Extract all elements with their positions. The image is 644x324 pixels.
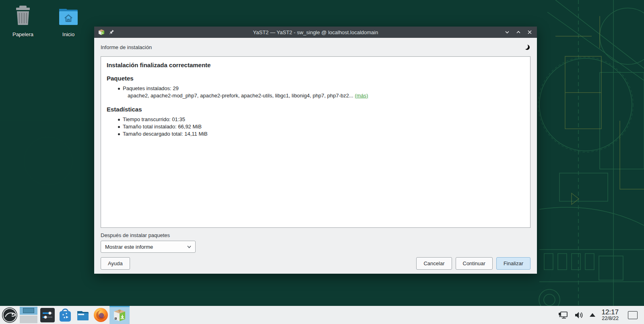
yast-package-icon [112, 308, 127, 322]
system-settings-launcher[interactable] [39, 306, 56, 324]
desktop-icon-label: Inicio [51, 31, 86, 37]
close-icon [527, 29, 533, 35]
clock-time: 12:17 [601, 309, 619, 316]
report-title: Instalación finalizada correctamente [107, 62, 524, 68]
network-icon[interactable] [558, 311, 568, 320]
chevron-down-icon [186, 244, 192, 250]
list-item: Tiempo transcurrido: 01:35 [118, 116, 524, 123]
show-desktop-button[interactable] [628, 311, 638, 319]
firefox-icon [93, 307, 108, 322]
application-launcher-button[interactable] [1, 306, 19, 324]
cancel-button[interactable]: Cancelar [416, 257, 452, 270]
list-item: Paquetes instalados: 29 apache2, apache2… [118, 85, 524, 99]
file-manager-launcher[interactable] [74, 306, 92, 324]
statistics-heading: Estadísticas [107, 106, 524, 113]
volume-icon[interactable] [574, 311, 584, 320]
trash-icon [11, 4, 35, 27]
package-names-line: apache2, apache2-mod_php7, apache2-prefo… [128, 92, 524, 99]
desktop-icon-trash[interactable]: Papelera [6, 4, 40, 37]
chevron-down-icon [504, 29, 510, 35]
minimize-button[interactable] [504, 29, 510, 35]
packages-heading: Paquetes [107, 75, 524, 82]
color-mode-moon-icon[interactable] [523, 44, 528, 49]
help-button[interactable]: Ayuda [101, 257, 130, 270]
taskbar: 12:17 22/8/22 [0, 306, 644, 324]
list-item: Tamaño total instalado: 66,92 MiB [118, 123, 524, 130]
settings-sliders-icon [40, 308, 55, 322]
dialog-body: Informe de instalación Instalación final… [94, 38, 537, 274]
yast-package-icon [98, 29, 105, 35]
report-action-dropdown[interactable]: Mostrar este informe [101, 241, 196, 253]
desktop-icon-home[interactable]: Inicio [51, 4, 86, 37]
packages-list: Paquetes instalados: 29 apache2, apache2… [118, 85, 524, 99]
clock-date: 22/8/22 [601, 316, 619, 321]
dialog-heading: Informe de instalación [101, 44, 152, 50]
desktop-icon-label: Papelera [6, 31, 40, 37]
yast2-window: YaST2 — YaST2 - sw_single @ localhost.lo… [94, 27, 537, 274]
pager-widget[interactable] [20, 307, 37, 323]
list-item: Tamaño descargado total: 14,11 MiB [118, 130, 524, 138]
taskbar-task-yast[interactable] [109, 306, 130, 324]
installation-report: Instalación finalizada correctamente Paq… [101, 56, 530, 228]
discover-bag-icon [58, 308, 72, 322]
close-button[interactable] [526, 29, 533, 35]
system-tray: 12:17 22/8/22 [558, 309, 644, 321]
tray-expander-caret-icon[interactable] [590, 313, 595, 317]
discover-launcher[interactable] [56, 306, 74, 324]
more-link[interactable]: (más) [355, 93, 368, 99]
after-install-label: Después de instalar paquetes [101, 232, 530, 238]
statistics-list: Tiempo transcurrido: 01:35 Tamaño total … [118, 116, 524, 138]
opensuse-logo-icon [2, 307, 18, 323]
window-title: YaST2 — YaST2 - sw_single @ localhost.lo… [94, 29, 537, 35]
chevron-up-icon [516, 29, 521, 35]
dropdown-value: Mostrar este informe [105, 244, 153, 250]
pin-icon[interactable] [109, 29, 114, 35]
home-folder-icon [57, 4, 80, 27]
virtual-desktop-pager[interactable] [19, 306, 39, 324]
window-titlebar[interactable]: YaST2 — YaST2 - sw_single @ localhost.lo… [94, 27, 537, 38]
finish-button[interactable]: Finalizar [496, 257, 530, 270]
folder-icon [76, 308, 90, 322]
continue-button[interactable]: Continuar [456, 257, 493, 270]
maximize-button[interactable] [515, 29, 522, 35]
digital-clock[interactable]: 12:17 22/8/22 [601, 309, 619, 321]
pager-desktop-1-active[interactable] [20, 307, 37, 315]
firefox-launcher[interactable] [92, 306, 109, 324]
pager-desktop-2[interactable] [20, 316, 37, 324]
